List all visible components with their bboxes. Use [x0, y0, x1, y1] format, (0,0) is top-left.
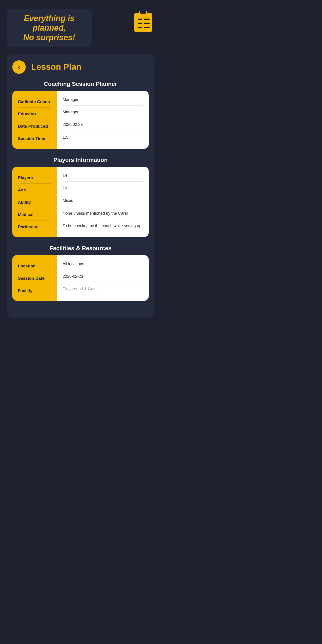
- label-date-produced: Date Produced: [18, 120, 52, 132]
- value-medical: None unless mentioned by the Carer: [62, 207, 143, 219]
- value-age: 10: [62, 182, 143, 194]
- svg-rect-8: [144, 26, 150, 28]
- coaching-section-title: Coaching Session Planner: [12, 80, 149, 88]
- label-ability: Ability: [18, 196, 52, 208]
- svg-rect-7: [138, 26, 142, 28]
- label-educator: Educator: [18, 108, 52, 120]
- value-session-date: 2020-02-23: [62, 270, 143, 282]
- facilities-labels: Location Session Date Facility: [12, 255, 57, 301]
- lesson-plan-header: ‹ Lesson Plan: [12, 60, 149, 74]
- svg-rect-5: [138, 22, 142, 24]
- coaching-labels: Cadidate Coach Educator Date Produced Se…: [12, 91, 57, 149]
- lesson-plan-title: Lesson Plan: [31, 62, 82, 72]
- players-section-title: Players Information: [12, 156, 149, 164]
- value-location: All locations: [62, 258, 143, 270]
- header-title: Everything is planned, No surprises!: [14, 14, 85, 42]
- header-text-box: Everything is planned, No surprises!: [7, 9, 92, 47]
- facilities-section-title: Facilities & Resources: [12, 245, 149, 252]
- coaching-values: Manager Manager 2020.02.23 1.5: [57, 91, 149, 149]
- main-card: ‹ Lesson Plan Coaching Session Planner C…: [7, 54, 154, 318]
- value-particular: To be checkup by the coach while setting…: [62, 219, 143, 232]
- value-players: 14: [62, 169, 143, 182]
- players-labels: Players Age Ability Medical Particular: [12, 167, 57, 237]
- value-date-produced: 2020.02.23: [62, 118, 143, 130]
- label-candidate-coach: Cadidate Coach: [18, 95, 52, 108]
- svg-rect-4: [144, 18, 150, 20]
- facilities-info-card: Location Session Date Facility All locat…: [12, 255, 149, 301]
- label-facility: Facility: [18, 284, 52, 296]
- svg-rect-6: [144, 22, 150, 24]
- players-values: 14 10 Mixed None unless mentioned by the…: [57, 167, 149, 237]
- value-session-time: 1.5: [62, 131, 143, 143]
- label-age: Age: [18, 184, 52, 196]
- label-medical: Medical: [18, 208, 52, 220]
- value-educator: Manager: [62, 106, 143, 118]
- label-location: Location: [18, 260, 52, 272]
- header: Everything is planned, No surprises!: [0, 0, 161, 52]
- value-facility: Playground & Goals: [62, 282, 143, 295]
- back-button[interactable]: ‹: [12, 60, 26, 74]
- players-info-card: Players Age Ability Medical Particular 1…: [12, 167, 149, 237]
- value-ability: Mixed: [62, 194, 143, 206]
- label-players: Players: [18, 171, 52, 184]
- value-candidate-coach: Manager: [62, 93, 143, 106]
- clipboard-icon: [132, 9, 154, 34]
- label-session-time: Session Time: [18, 132, 52, 144]
- facilities-values: All locations 2020-02-23 Playground & Go…: [57, 255, 149, 301]
- svg-rect-0: [134, 13, 152, 32]
- back-chevron-icon: ‹: [18, 64, 20, 71]
- svg-rect-2: [140, 10, 146, 14]
- label-particular: Particular: [18, 220, 52, 232]
- svg-rect-3: [138, 18, 142, 20]
- coaching-info-card: Cadidate Coach Educator Date Produced Se…: [12, 91, 149, 149]
- label-session-date: Session Date: [18, 272, 52, 284]
